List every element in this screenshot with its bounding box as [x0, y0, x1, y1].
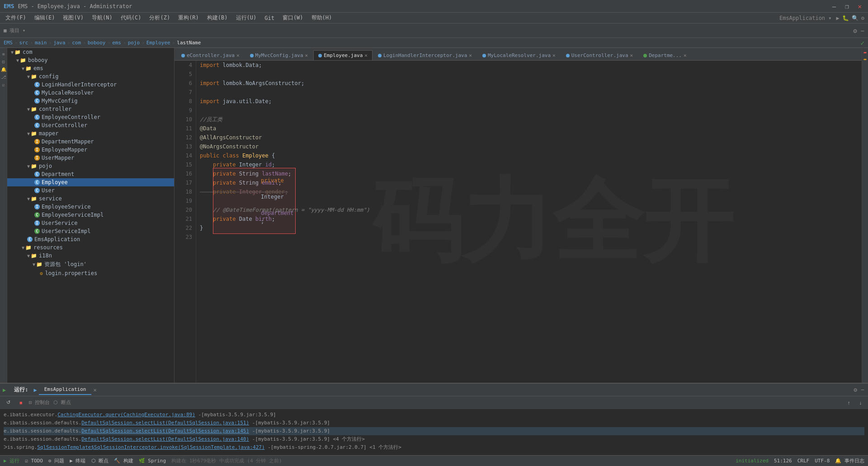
chevron-service[interactable]: ▼	[27, 196, 30, 201]
tree-employee[interactable]: C Employee	[7, 178, 174, 186]
menu-edit[interactable]: 编辑(E)	[31, 13, 59, 23]
git-icon[interactable]: ⎇	[1, 75, 6, 80]
tree-i18n[interactable]: ▼ 📁 i18n	[7, 252, 174, 260]
tree-com[interactable]: ▼ 📁 com	[7, 48, 174, 56]
tree-usermapper[interactable]: I UserMapper	[7, 154, 174, 162]
scroll-up-button[interactable]: ↑	[845, 399, 853, 406]
breadcrumb-src[interactable]: src	[19, 40, 28, 46]
log-link-4[interactable]: DefaultSqlSession.selectList(DefaultSqlS…	[81, 436, 249, 442]
tree-pojo[interactable]: ▼ 📁 pojo	[7, 162, 174, 170]
tree-config[interactable]: ▼ 📁 config	[7, 72, 174, 81]
tree-resources[interactable]: ▼ 📁 resources	[7, 243, 174, 252]
maximize-button[interactable]: ❐	[842, 2, 851, 11]
tree-userservice[interactable]: I UserService	[7, 219, 174, 227]
close-button[interactable]: ✕	[855, 2, 864, 11]
tree-ems[interactable]: ▼ 📁 ems	[7, 64, 174, 72]
breadcrumb-bobooy[interactable]: bobooy	[88, 40, 106, 46]
tab-close-emp[interactable]: ✕	[364, 52, 368, 58]
tree-mapper[interactable]: ▼ 📁 mapper	[7, 129, 174, 138]
run-status-icon[interactable]: ▶ 运行	[4, 457, 19, 464]
tab-console[interactable]: ⊡ 控制台	[29, 399, 50, 406]
log-link-2[interactable]: DefaultSqlSession.selectList(DefaultSqlS…	[81, 420, 249, 426]
spring-status[interactable]: 🌿 Spring	[139, 458, 166, 464]
breadcrumb-java[interactable]: java	[53, 40, 66, 46]
bookmark-icon[interactable]: ⊡	[2, 59, 5, 64]
tree-bobooy[interactable]: ▼ 📁 bobooy	[7, 56, 174, 64]
tab-breakpoints[interactable]: ⬡ 断点	[53, 399, 71, 406]
tab-usercontroller[interactable]: UserController.java ✕	[561, 50, 638, 60]
tree-department[interactable]: C Department	[7, 170, 174, 178]
menu-refactor[interactable]: 重构(R)	[175, 13, 203, 23]
tab-employee[interactable]: Employee.java ✕	[313, 50, 373, 60]
tree-empmapper[interactable]: I EmployeeMapper	[7, 146, 174, 154]
menu-git[interactable]: Git	[261, 14, 278, 22]
breadcrumb-ems2[interactable]: ems	[112, 40, 121, 46]
tree-loginhandlerinterceptor[interactable]: C LoginHandlerInterceptor	[7, 81, 174, 89]
tab-close-loginhandler[interactable]: ✕	[469, 52, 472, 58]
settings-button[interactable]: ⚙	[861, 15, 864, 21]
breadcrumb-com[interactable]: com	[72, 40, 81, 46]
tab-emsapplication[interactable]: EmsApplication	[39, 385, 92, 395]
app-switcher[interactable]: EmsApplication ▾	[779, 15, 832, 21]
tree-user[interactable]: C User	[7, 186, 174, 195]
tree-employeecontroller[interactable]: C EmployeeController	[7, 113, 174, 121]
menu-run[interactable]: 运行(U)	[232, 13, 260, 23]
tree-mymvcconfig[interactable]: C MyMvcConfig	[7, 97, 174, 105]
scroll-down-button[interactable]: ↓	[857, 399, 865, 406]
tree-deptmapper[interactable]: I DepartmentMapper	[7, 138, 174, 146]
chevron-mapper[interactable]: ▼	[27, 131, 30, 136]
debug-button[interactable]: 🐛	[842, 15, 849, 21]
menu-file[interactable]: 文件(F)	[2, 13, 30, 23]
tree-service[interactable]: ▼ 📁 service	[7, 195, 174, 203]
menu-navigate[interactable]: 导航(N)	[88, 13, 116, 23]
toolbar-close-icon[interactable]: −	[861, 27, 864, 34]
tab-close-mymvc[interactable]: ✕	[305, 52, 308, 58]
chevron-ems[interactable]: ▼	[22, 66, 24, 71]
log-link-1[interactable]: CachingExecutor.query(CachingExecutor.ja…	[57, 412, 195, 418]
breadcrumb-ems[interactable]: EMS	[4, 40, 13, 46]
tab-mymvcconfig[interactable]: MyMvcConfig.java ✕	[245, 50, 313, 60]
code-content[interactable]: import lombok.Data; import lombok.NoArgs…	[196, 61, 862, 383]
tab-close-userctrl[interactable]: ✕	[630, 52, 633, 58]
tree-empservice[interactable]: I EmployeeService	[7, 203, 174, 211]
chevron-resources[interactable]: ▼	[22, 245, 24, 250]
run-button[interactable]: ▶	[836, 15, 840, 21]
tree-controller[interactable]: ▼ 📁 controller	[7, 105, 174, 113]
notification-icon[interactable]: 🔔	[1, 67, 6, 72]
tab-department[interactable]: Departme... ✕	[638, 50, 691, 60]
chevron-com[interactable]: ▼	[11, 50, 14, 55]
line-endings[interactable]: CRLF	[797, 458, 810, 464]
terminal-status[interactable]: ▶ 终端	[70, 457, 85, 464]
chevron-controller[interactable]: ▼	[27, 107, 30, 112]
tab-loginhandler[interactable]: LoginHandlerInterceptor.java ✕	[373, 50, 477, 60]
problems-status[interactable]: ⊙ 问题	[48, 457, 64, 464]
menu-analyze[interactable]: 分析(Z)	[146, 13, 174, 23]
tree-empserviceimpl[interactable]: C EmployeeServiceImpl	[7, 211, 174, 219]
chevron-bobooy[interactable]: ▼	[16, 58, 19, 63]
tab-econtroller[interactable]: eController.java ✕	[176, 50, 245, 60]
encoding[interactable]: UTF-8	[815, 458, 830, 464]
event-log[interactable]: 🔔 事件日志	[835, 457, 864, 464]
chevron-login-bundle[interactable]: ▼	[33, 262, 35, 267]
stop-button[interactable]: ■	[17, 399, 25, 406]
tab-close-emsapp[interactable]: ✕	[93, 387, 96, 393]
todo-icon[interactable]: ☑	[2, 82, 5, 87]
tab-mylocale[interactable]: MyLocaleResolver.java ✕	[477, 50, 561, 60]
chevron-pojo[interactable]: ▼	[27, 164, 30, 169]
chevron-config[interactable]: ▼	[27, 74, 30, 79]
menu-code[interactable]: 代码(C)	[117, 13, 145, 23]
search-everywhere-button[interactable]: 🔍	[852, 15, 859, 21]
breadcrumb-pojo[interactable]: pojo	[128, 40, 140, 46]
bottom-minimize-icon[interactable]: −	[861, 386, 864, 393]
todo-status[interactable]: ☑ TODO	[25, 458, 43, 464]
breakpoints-status[interactable]: ⬡ 断点	[91, 457, 109, 464]
tree-emsapplication[interactable]: C EmsApplication	[7, 235, 174, 243]
tree-login-properties[interactable]: ⚙ login.properties	[7, 269, 174, 277]
log-link-5[interactable]: SqlSessionTemplate$SqlSessionInterceptor…	[37, 444, 264, 450]
minimize-button[interactable]: —	[830, 2, 839, 11]
tree-userserviceimpl[interactable]: C UserServiceImpl	[7, 227, 174, 235]
tree-mylocaleresolver[interactable]: C MyLocaleResolver	[7, 89, 174, 97]
log-link-3[interactable]: DefaultSqlSession.selectList(DefaultSqlS…	[81, 428, 249, 434]
breadcrumb-employee[interactable]: Employee	[146, 40, 170, 46]
menu-help[interactable]: 帮助(H)	[308, 13, 336, 23]
